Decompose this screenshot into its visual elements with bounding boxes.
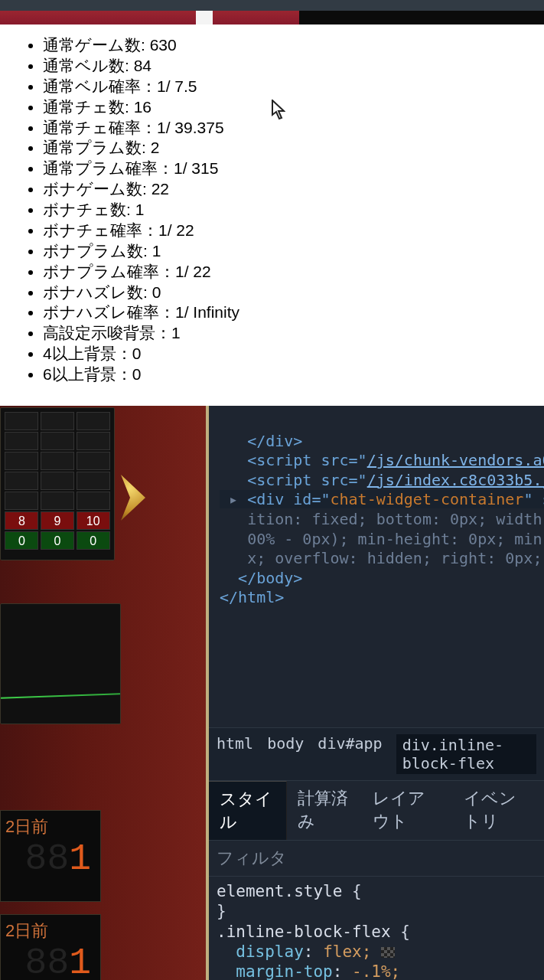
history-item[interactable]: 2日前 881: [0, 810, 101, 902]
tab-styles[interactable]: スタイル: [209, 781, 287, 840]
stats-item: 4以上背景：0: [43, 344, 529, 364]
stats-item: 通常ベル数: 84: [43, 56, 529, 77]
history-label: 2日前: [5, 815, 96, 838]
stats-item: ボナゲーム数: 22: [43, 179, 529, 200]
devtools-tabs: スタイル 計算済み レイアウト イベントリ: [209, 781, 544, 841]
chart-line: [1, 693, 120, 698]
stats-item: ボナチェ数: 1: [43, 200, 529, 220]
green-cell: 0: [41, 531, 74, 550]
stats-item: 高設定示唆背景：1: [43, 323, 529, 344]
flex-swatch-icon[interactable]: [381, 947, 395, 958]
red-cell: 10: [77, 511, 110, 530]
styles-pane[interactable]: element.style { } .inline-block-flex { d…: [209, 877, 544, 980]
green-cell: 0: [77, 531, 110, 550]
window-top-bar: [0, 0, 544, 11]
crumb-body[interactable]: body: [267, 734, 304, 774]
red-cell: 8: [5, 511, 38, 530]
red-cell: 9: [41, 511, 74, 530]
devtools-panel: </div> <script src="/js/chunk-vendors.a0…: [209, 406, 544, 980]
tab-layout[interactable]: レイアウト: [362, 781, 453, 840]
dom-tree[interactable]: </div> <script src="/js/chunk-vendors.a0…: [209, 406, 544, 727]
green-cell: 0: [5, 531, 38, 550]
tab-computed[interactable]: 計算済み: [287, 781, 362, 840]
stats-item: 6以上背景：0: [43, 364, 529, 385]
history-label: 2日前: [5, 920, 96, 942]
crumb-divapp[interactable]: div#app: [318, 734, 382, 774]
header-black-area: [299, 11, 544, 24]
stats-item: 通常チェ数: 16: [43, 97, 529, 118]
arrow-right-icon[interactable]: [121, 475, 151, 521]
stats-item: 通常ベル確率：1/ 7.5: [43, 77, 529, 97]
stats-item: 通常プラム確率：1/ 315: [43, 158, 529, 179]
stats-item: ボナハズレ確率：1/ Infinity: [43, 302, 529, 323]
stats-item: 通常ゲーム数: 630: [43, 35, 529, 56]
stats-item: ボナプラム数: 1: [43, 241, 529, 262]
filter-input[interactable]: フィルタ: [209, 841, 544, 877]
history-item[interactable]: 2日前 881: [0, 914, 101, 980]
stats-item: ボナハズレ数: 0: [43, 283, 529, 303]
crumb-divinline[interactable]: div.inline-block-flex: [396, 734, 536, 774]
header-tab[interactable]: [196, 11, 213, 24]
stats-panel: 通常ゲーム数: 630通常ベル数: 84通常ベル確率：1/ 7.5通常チェ数: …: [0, 24, 544, 406]
breadcrumb[interactable]: html body div#app div.inline-block-flex: [209, 727, 544, 781]
number-grid-panel: 8 9 10 0 0 0: [0, 407, 115, 560]
game-left-panel: 8 9 10 0 0 0 2日前 881 2日前 881: [0, 406, 209, 980]
seven-seg-display: 881: [5, 942, 96, 980]
stats-list: 通常ゲーム数: 630通常ベル数: 84通常ベル確率：1/ 7.5通常チェ数: …: [15, 35, 529, 385]
chart-panel: [0, 603, 121, 724]
tab-event[interactable]: イベントリ: [453, 781, 544, 840]
stats-item: ボナプラム確率：1/ 22: [43, 262, 529, 283]
stats-item: 通常プラム数: 2: [43, 138, 529, 158]
seven-seg-display: 881: [5, 838, 96, 880]
app-header-bar: [0, 11, 544, 24]
stats-item: 通常チェ確率：1/ 39.375: [43, 118, 529, 139]
crumb-html[interactable]: html: [217, 734, 253, 774]
stats-item: ボナチェ確率：1/ 22: [43, 220, 529, 241]
